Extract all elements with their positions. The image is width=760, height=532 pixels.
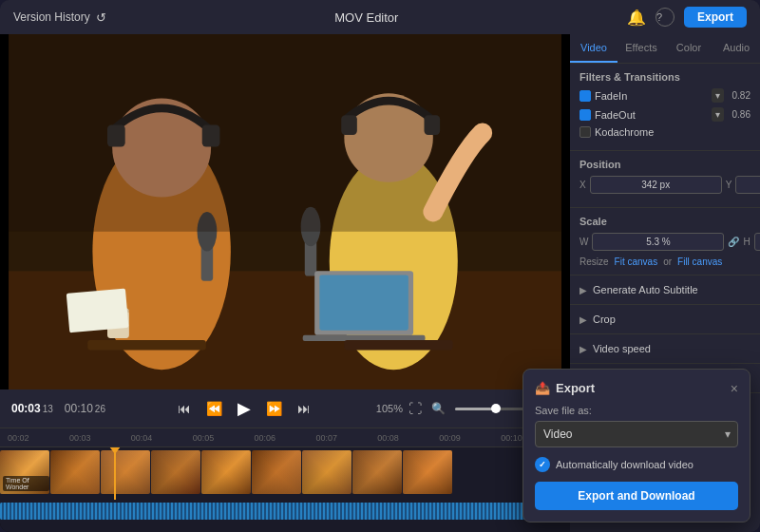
current-time: 00:03 <box>11 402 41 415</box>
top-export-button[interactable]: Export <box>684 7 747 28</box>
export-download-button[interactable]: Export and Download <box>535 482 738 510</box>
video-speed-arrow: ▶ <box>580 344 587 354</box>
video-area: 00:03 13 00:10 26 ⏮ ⏪ ▶ ⏩ ⏭ 105% ⛶ 🔍 <box>0 34 570 532</box>
top-bar-right: 🔔 ? Export <box>627 7 747 28</box>
export-icon: 📤 <box>535 381 550 395</box>
video-speed-title: Video speed <box>593 343 651 354</box>
thumb-item: Time Of Wonder <box>0 450 49 494</box>
popup-title: 📤 Export <box>535 381 595 395</box>
track-content: Time Of Wonder <box>0 447 570 532</box>
video-speed-section: ▶ Video speed <box>570 334 760 364</box>
fast-forward-button[interactable]: ⏩ <box>262 399 286 418</box>
filter-row-fadein: FadeIn ▾ 0.82 <box>580 88 750 103</box>
popup-close-button[interactable]: × <box>731 382 738 395</box>
h-label: H <box>743 237 750 247</box>
w-input[interactable] <box>592 233 724 251</box>
auto-subtitle-arrow: ▶ <box>580 285 587 295</box>
fadein-label: FadeIn <box>595 90 708 102</box>
top-bar: Version History ↺ MOV Editor 🔔 ? Export <box>0 0 760 34</box>
fadeout-checkbox[interactable] <box>580 109 591 121</box>
auto-subtitle-title: Generate Auto Subtitle <box>593 284 698 295</box>
auto-download-check[interactable] <box>535 457 550 472</box>
ruler-mark: 00:05 <box>193 433 255 443</box>
ruler-mark: 00:06 <box>255 433 316 443</box>
help-button[interactable]: ? <box>656 8 674 27</box>
ruler-mark: 00:07 <box>315 433 377 443</box>
rewind-button[interactable]: ⏪ <box>202 399 226 418</box>
svg-rect-15 <box>319 275 408 330</box>
zoom-level: 105% <box>376 403 403 414</box>
audio-track <box>0 500 570 523</box>
filters-section: Filters & Transitions FadeIn ▾ 0.82 Fade… <box>570 64 760 151</box>
transport-bar: 00:03 13 00:10 26 ⏮ ⏪ ▶ ⏩ ⏭ 105% ⛶ 🔍 <box>0 390 570 428</box>
auto-subtitle-header[interactable]: ▶ Generate Auto Subtitle <box>570 276 760 304</box>
position-section: Position X Y 🔒 <box>570 151 760 208</box>
panel-tabs: Video Effects Color Audio <box>570 34 760 64</box>
svg-rect-19 <box>66 288 129 332</box>
position-title: Position <box>580 159 750 170</box>
h-input[interactable] <box>754 233 760 251</box>
history-icon: ↺ <box>96 10 106 25</box>
auto-download-label: Automatically download video <box>556 459 694 470</box>
app-container: Version History ↺ MOV Editor 🔔 ? Export <box>0 0 760 532</box>
video-track: Time Of Wonder <box>0 447 570 500</box>
ruler-mark: 00:09 <box>439 433 501 443</box>
crop-header[interactable]: ▶ Crop <box>570 305 760 333</box>
audio-wave-inner <box>0 503 570 520</box>
fadeout-dropdown[interactable]: ▾ <box>712 107 724 122</box>
thumb-item <box>352 450 402 494</box>
version-history-label: Version History <box>13 10 90 24</box>
zoom-slider[interactable] <box>455 408 531 410</box>
format-select[interactable]: Video Audio GIF <box>535 421 738 447</box>
ruler-mark: 00:04 <box>131 433 193 443</box>
fill-canvas-link[interactable]: Fill canvas <box>677 256 722 267</box>
fadein-dropdown[interactable]: ▾ <box>712 88 724 103</box>
filters-title: Filters & Transitions <box>580 71 750 83</box>
skip-forward-button[interactable]: ⏭ <box>294 399 314 418</box>
link-icon[interactable]: 🔗 <box>728 237 739 247</box>
thumb-item <box>201 450 251 494</box>
tab-video[interactable]: Video <box>570 34 618 63</box>
thumb-item <box>50 450 100 494</box>
transport-controls: ⏮ ⏪ ▶ ⏩ ⏭ <box>121 396 369 421</box>
total-time: 00:10 <box>65 402 93 415</box>
resize-row: Resize Fit canvas or Fill canvas <box>580 256 750 267</box>
fullscreen-button[interactable]: ⛶ <box>408 401 422 416</box>
fadein-checkbox[interactable] <box>580 90 591 102</box>
resize-or: or <box>663 256 672 267</box>
w-label: W <box>580 237 588 247</box>
tab-audio[interactable]: Audio <box>712 34 760 63</box>
version-history-section: Version History ↺ <box>13 10 106 25</box>
skip-back-button[interactable]: ⏮ <box>174 399 195 418</box>
x-label: X <box>580 180 586 190</box>
format-select-wrapper: Video Audio GIF <box>535 421 738 447</box>
export-popup: 📤 Export × Save file as: Video Audio GIF… <box>522 369 750 522</box>
fit-canvas-link[interactable]: Fit canvas <box>615 256 658 267</box>
timeline-area: 00:02 00:03 00:04 00:05 00:06 00:07 00:0… <box>0 428 570 532</box>
crop-arrow: ▶ <box>580 314 587 325</box>
track-label: Time Of Wonder <box>3 476 49 491</box>
video-speed-header[interactable]: ▶ Video speed <box>570 334 760 363</box>
tab-color[interactable]: Color <box>665 34 712 63</box>
y-input[interactable] <box>735 176 760 194</box>
scale-title: Scale <box>580 216 750 227</box>
audio-waveform <box>0 503 570 520</box>
play-button[interactable]: ▶ <box>234 396 255 421</box>
kodachrome-checkbox[interactable] <box>580 126 591 138</box>
crop-title: Crop <box>593 314 616 325</box>
tab-effects[interactable]: Effects <box>618 34 665 63</box>
svg-rect-21 <box>87 340 206 350</box>
zoom-out-button[interactable]: 🔍 <box>428 400 449 417</box>
ruler-mark: 00:08 <box>377 433 439 443</box>
notification-button[interactable]: 🔔 <box>627 9 646 27</box>
scale-row: W 🔗 H <box>580 233 750 251</box>
video-svg <box>0 34 570 390</box>
timeline-tracks: Time Of Wonder <box>0 447 570 532</box>
svg-rect-22 <box>344 340 452 350</box>
filter-row-kodachrome: Kodachrome <box>580 126 750 138</box>
x-input[interactable] <box>590 176 722 194</box>
app-title: MOV Editor <box>334 10 398 25</box>
time-display: 00:03 13 00:10 26 <box>11 402 105 415</box>
fadein-value: 0.82 <box>728 90 750 101</box>
thumb-item <box>101 450 150 494</box>
